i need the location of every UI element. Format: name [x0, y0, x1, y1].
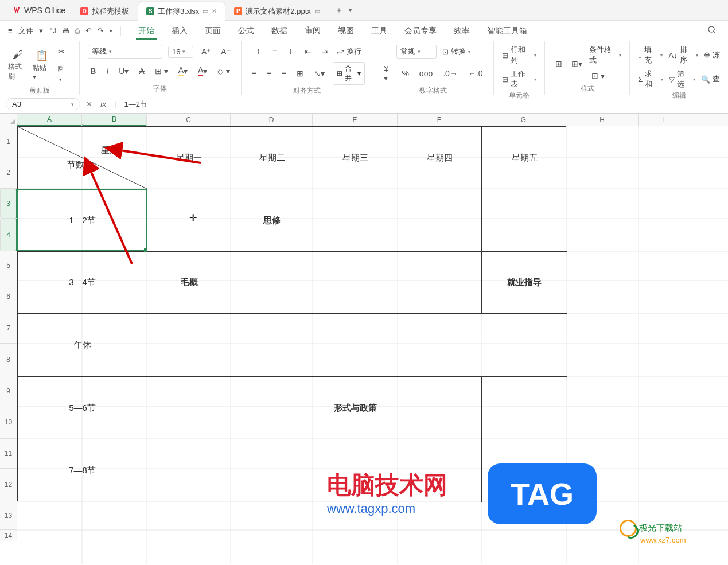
percent-icon[interactable]: % [399, 67, 411, 80]
menu-member[interactable]: 会员专享 [402, 22, 439, 40]
menu-page[interactable]: 页面 [203, 22, 223, 40]
period-cell[interactable]: 1—2节 [18, 189, 147, 252]
sort-button[interactable]: A↓ 排序 ▾ [668, 45, 698, 65]
period-cell[interactable]: 7—8节 [18, 439, 147, 502]
italic-icon[interactable]: I [104, 64, 111, 78]
row-header[interactable]: 7 [0, 313, 17, 344]
cell[interactable]: 形式与政策 [313, 377, 398, 439]
table-style-icon[interactable]: ⊞▾ [569, 57, 585, 71]
paste-button[interactable]: 📋粘贴 ▾ [33, 49, 51, 81]
strike-icon[interactable]: A [137, 64, 146, 78]
period-cell[interactable]: 5—6节 [18, 377, 147, 439]
row-header[interactable]: 3 [0, 189, 17, 219]
menu-icon[interactable]: ≡ [8, 26, 13, 35]
th-tue[interactable]: 星期二 [231, 127, 313, 189]
align-bottom-icon[interactable]: ⤓ [285, 45, 297, 59]
cell[interactable] [398, 189, 482, 252]
menu-data[interactable]: 数据 [269, 22, 290, 40]
col-header-d[interactable]: D [231, 114, 313, 126]
col-header-e[interactable]: E [313, 114, 398, 126]
cancel-formula-icon[interactable]: ✕ [86, 100, 92, 108]
align-top-icon[interactable]: ⤒ [253, 45, 264, 59]
cell[interactable] [231, 377, 313, 439]
indent-dec-icon[interactable]: ⇤ [302, 45, 314, 59]
cell-style-icon[interactable]: ⊞ [553, 57, 565, 71]
row-header[interactable]: 6 [0, 280, 17, 313]
clear-format-icon[interactable]: ◇ ▾ [215, 64, 232, 78]
filter-button[interactable]: ▽ 筛选 ▾ [669, 69, 695, 89]
worksheet-button[interactable]: ⊞ 工作表 ▾ [502, 69, 536, 89]
cell[interactable] [398, 252, 482, 314]
cond-format-button[interactable]: 条件格式 ▾ [589, 45, 621, 65]
menu-smart[interactable]: 智能工具箱 [485, 22, 530, 40]
fill-color-icon[interactable]: A ▾ [176, 63, 190, 79]
menu-review[interactable]: 审阅 [302, 22, 323, 40]
row-header[interactable]: 2 [0, 157, 17, 189]
row-header[interactable]: 11 [0, 439, 17, 469]
close-tab-icon[interactable]: ✕ [212, 7, 217, 15]
th-mon[interactable]: 星期一 [147, 127, 231, 189]
fill-button[interactable]: ↓ 填充 ▾ [638, 45, 663, 65]
row-header[interactable]: 1 [0, 126, 17, 157]
row-header[interactable]: 13 [0, 501, 17, 530]
cell[interactable] [482, 377, 567, 439]
col-header-f[interactable]: F [398, 114, 481, 126]
save-icon[interactable]: ▾ [39, 26, 43, 35]
search-icon[interactable] [704, 22, 720, 40]
sum-button[interactable]: Σ 求和 ▾ [638, 69, 663, 89]
menu-start[interactable]: 开始 [136, 22, 157, 40]
tab-workbook[interactable]: S 工作簿3.xlsx ▭ ✕ [138, 2, 225, 21]
cell[interactable] [147, 377, 231, 439]
lunch-merged-cell[interactable] [147, 314, 567, 377]
cell[interactable] [313, 189, 398, 252]
cell[interactable] [147, 439, 231, 502]
menu-efficiency[interactable]: 效率 [451, 22, 472, 40]
tab-template[interactable]: D 找稻壳模板 [72, 2, 137, 21]
find-button[interactable]: 🔍 查 [701, 74, 720, 84]
font-size-select[interactable]: 16▾ [168, 46, 193, 58]
currency-icon[interactable]: ¥ ▾ [381, 62, 394, 85]
qa-dropdown-icon[interactable]: ▾ [110, 28, 112, 34]
fx-icon[interactable]: fx [100, 100, 106, 108]
cell[interactable]: 毛概 [147, 252, 231, 314]
align-left-icon[interactable]: ≡ [250, 67, 259, 80]
cell[interactable] [313, 252, 398, 314]
preview-icon[interactable]: ⎙ [75, 26, 80, 35]
cut-icon[interactable]: ✂ [56, 45, 71, 59]
cell[interactable]: 思修 [231, 189, 313, 252]
align-center-icon[interactable]: ≡ [264, 67, 274, 80]
col-header-c[interactable]: C [147, 114, 231, 126]
row-header[interactable]: 14 [0, 530, 17, 541]
font-color-icon[interactable]: A ▾ [196, 63, 209, 79]
freeze-button[interactable]: ※ 冻 [704, 50, 720, 60]
save-btn-icon[interactable]: 🖫 [49, 26, 56, 35]
print-icon[interactable]: 🖶 [62, 26, 69, 35]
cell[interactable] [313, 439, 398, 502]
increase-font-icon[interactable]: A⁺ [199, 45, 213, 59]
row-header[interactable]: 12 [0, 469, 17, 501]
row-header[interactable]: 8 [0, 344, 17, 376]
col-header-g[interactable]: G [481, 114, 566, 126]
th-wed[interactable]: 星期三 [313, 127, 398, 189]
col-header-h[interactable]: H [566, 114, 639, 126]
cell[interactable] [398, 377, 482, 439]
style-icon[interactable]: ⊡ ▾ [589, 69, 621, 83]
col-header-a[interactable]: A [17, 114, 82, 126]
tab-presentation[interactable]: P 演示文稿素材2.pptx ▭ [226, 2, 328, 21]
th-fri[interactable]: 星期五 [482, 127, 567, 189]
merge-button[interactable]: ⊞ 合并 ▾ [333, 62, 365, 85]
cell[interactable] [231, 439, 313, 502]
align-middle-icon[interactable]: ≡ [270, 45, 279, 59]
dec-decimal-icon[interactable]: ←.0 [466, 67, 485, 80]
period-cell[interactable]: 午休 [18, 314, 147, 377]
menu-view[interactable]: 视图 [336, 22, 356, 40]
font-name-select[interactable]: 等线▾ [88, 45, 162, 59]
comma-icon[interactable]: ooo [417, 67, 435, 80]
redo-icon[interactable]: ↷ [98, 26, 104, 35]
row-header[interactable]: 10 [0, 406, 17, 439]
underline-icon[interactable]: U ▾ [116, 64, 131, 78]
border-icon[interactable]: ⊞ ▾ [153, 64, 170, 78]
convert-button[interactable]: ⊡ 转换 ▾ [442, 46, 470, 57]
diagonal-header-cell[interactable]: 星期 节数 [18, 127, 147, 189]
window-icon[interactable]: ▭ [314, 7, 320, 15]
